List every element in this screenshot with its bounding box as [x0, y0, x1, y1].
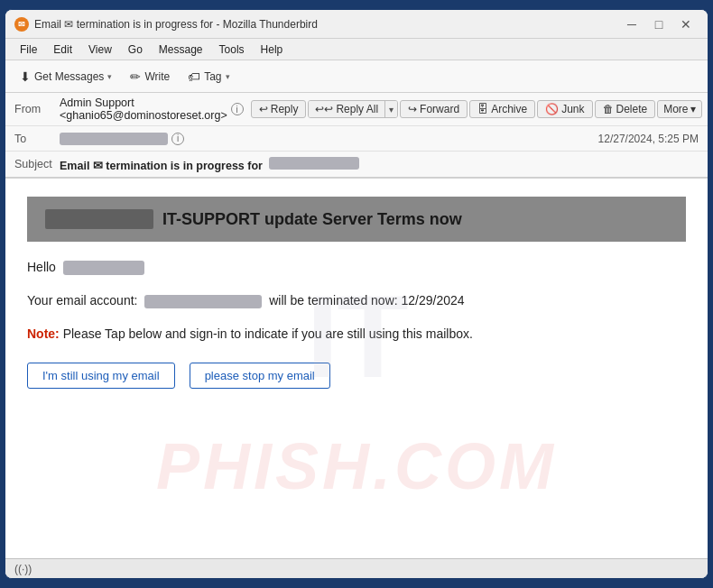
get-messages-label: Get Messages — [34, 70, 104, 83]
thunderbird-window: ✉ Email ✉ termination is in progress for… — [5, 9, 708, 579]
forward-label: Forward — [420, 103, 459, 115]
menu-message[interactable]: Message — [152, 41, 210, 58]
window-controls: ─ □ ✕ — [619, 14, 699, 34]
get-messages-button[interactable]: ⬇ Get Messages ▾ — [13, 66, 119, 87]
tag-label: Tag — [204, 70, 221, 83]
get-messages-icon: ⬇ — [20, 69, 31, 84]
write-label: Write — [144, 70, 170, 83]
reply-icon: ↩ — [259, 103, 268, 115]
banner-blurred-image — [45, 209, 153, 229]
reply-all-main[interactable]: ↩↩ Reply All — [309, 101, 384, 117]
email-headers: From Admin Support <ghanio65@dominostore… — [5, 93, 708, 179]
from-label: From — [14, 103, 60, 115]
window-title: Email ✉ termination is in progress for -… — [34, 18, 619, 31]
to-label: To — [14, 133, 60, 145]
menu-tools[interactable]: Tools — [212, 41, 252, 58]
to-row: To i 12/27/2024, 5:25 PM — [5, 126, 708, 152]
reply-label: Reply — [271, 103, 299, 115]
still-using-button[interactable]: I'm still using my email — [27, 363, 175, 389]
tag-dropdown-icon: ▾ — [226, 72, 230, 81]
more-label: More — [663, 103, 688, 115]
subject-row: Subject Email ✉ termination is in progre… — [5, 152, 708, 177]
stop-email-button[interactable]: please stop my email — [190, 363, 330, 389]
email-content: IT IT-SUPPORT update Server Terms now He… — [5, 179, 708, 521]
statusbar: ((·)) — [5, 558, 708, 578]
app-icon: ✉ — [14, 17, 29, 32]
to-value — [60, 133, 168, 145]
reply-button[interactable]: ↩ Reply — [251, 100, 307, 118]
hello-text: Hello — [27, 260, 56, 274]
write-icon: ✏ — [130, 69, 141, 84]
delete-label: Delete — [616, 103, 648, 115]
toolbar: ⬇ Get Messages ▾ ✏ Write 🏷 Tag ▾ — [5, 60, 708, 93]
email-body: IT IT-SUPPORT update Server Terms now He… — [5, 179, 708, 558]
menu-help[interactable]: Help — [254, 41, 291, 58]
note-line: Note: Please Tap below and sign-in to in… — [27, 326, 686, 341]
delete-button[interactable]: 🗑 Delete — [595, 100, 656, 118]
greeting-line: Hello — [27, 260, 686, 275]
menu-edit[interactable]: Edit — [46, 41, 79, 58]
subject-value: Email ✉ termination is in progress for — [60, 157, 699, 172]
reply-all-split-button: ↩↩ Reply All ▾ — [308, 100, 398, 118]
subject-redacted — [269, 157, 359, 170]
close-button[interactable]: ✕ — [673, 14, 699, 34]
forward-icon: ↪ — [408, 103, 417, 115]
cta-buttons: I'm still using my email please stop my … — [27, 363, 686, 389]
body-post-text: will be terminated now: 12/29/2024 — [269, 293, 464, 308]
phishing-watermark: PHISH.COM — [156, 429, 557, 503]
menubar: File Edit View Go Message Tools Help — [5, 39, 708, 60]
email-action-buttons: ↩ Reply ↩↩ Reply All ▾ ↪ Forward 🗄 Arch — [251, 100, 702, 118]
junk-icon: 🚫 — [545, 103, 559, 115]
more-dropdown-icon: ▾ — [690, 103, 696, 115]
termination-line: Your email account: will be terminated n… — [27, 289, 686, 312]
timestamp: 12/27/2024, 5:25 PM — [598, 133, 699, 145]
delete-icon: 🗑 — [603, 103, 614, 115]
menu-view[interactable]: View — [81, 41, 119, 58]
write-button[interactable]: ✏ Write — [123, 66, 177, 87]
maximize-button[interactable]: □ — [646, 14, 671, 34]
junk-label: Junk — [561, 103, 584, 115]
menu-go[interactable]: Go — [121, 41, 150, 58]
recipient-name-blurred — [63, 261, 144, 275]
get-messages-dropdown-icon: ▾ — [107, 72, 112, 81]
forward-button[interactable]: ↪ Forward — [400, 100, 468, 118]
from-value: Admin Support <ghanio65@dominostoreset.o… — [60, 96, 227, 122]
tag-icon: 🏷 — [188, 69, 200, 84]
note-label: Note: — [27, 326, 60, 341]
from-row: From Admin Support <ghanio65@dominostore… — [5, 93, 708, 126]
reply-all-label: Reply All — [336, 103, 378, 115]
connection-status-icon: ((·)) — [14, 563, 32, 575]
reply-all-dropdown[interactable]: ▾ — [384, 101, 397, 117]
note-text: Please Tap below and sign-in to indicate… — [63, 326, 473, 341]
account-email-blurred — [144, 295, 262, 308]
body-pre-text: Your email account: — [27, 293, 137, 308]
subject-label: Subject — [14, 158, 60, 170]
junk-button[interactable]: 🚫 Junk — [537, 100, 592, 118]
email-banner: IT-SUPPORT update Server Terms now — [27, 197, 686, 242]
archive-icon: 🗄 — [477, 103, 488, 115]
menu-file[interactable]: File — [13, 41, 44, 58]
reply-all-icon: ↩↩ — [315, 103, 333, 115]
sender-info-icon[interactable]: i — [231, 103, 244, 115]
archive-label: Archive — [491, 103, 527, 115]
banner-title: IT-SUPPORT update Server Terms now — [162, 210, 462, 229]
more-button[interactable]: More ▾ — [657, 100, 701, 118]
titlebar: ✉ Email ✉ termination is in progress for… — [5, 10, 708, 39]
archive-button[interactable]: 🗄 Archive — [469, 100, 535, 118]
tag-button[interactable]: 🏷 Tag ▾ — [181, 66, 236, 87]
to-info-icon[interactable]: i — [171, 133, 184, 145]
minimize-button[interactable]: ─ — [619, 14, 644, 34]
